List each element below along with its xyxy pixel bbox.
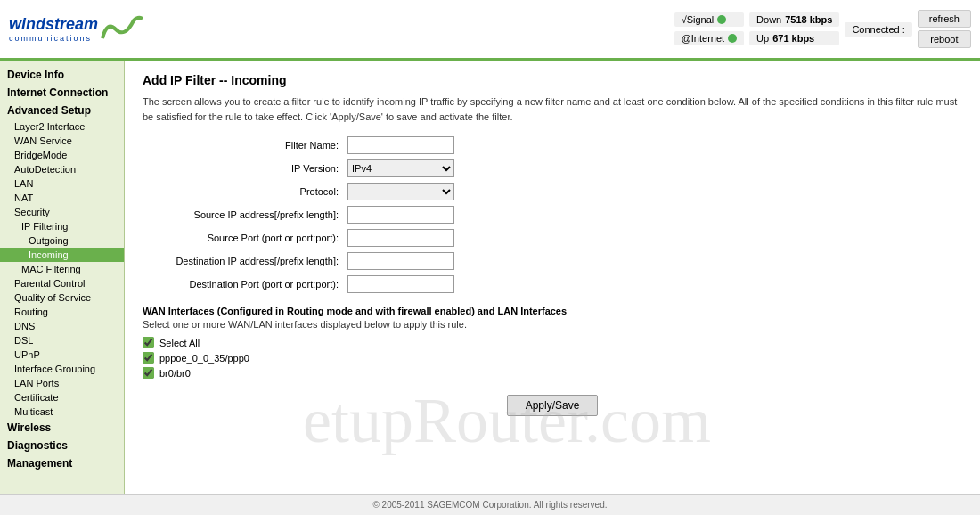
up-speed: 671 kbps [772,33,814,44]
connected-status: Connected : [845,22,911,37]
sidebar-item-nat[interactable]: NAT [0,191,124,205]
status-area: √Signal @Internet Down 7518 kbps Up 671 … [674,10,971,48]
connected-label: Connected : [852,24,904,35]
sidebar-item-multicast[interactable]: Multicast [0,405,124,419]
sidebar-item-autodetection[interactable]: AutoDetection [0,162,124,176]
source-port-label: Source Port (port or port:port): [143,233,347,243]
ip-version-select[interactable]: IPv4 IPv6 [347,159,454,177]
signal-status: √Signal [674,12,744,27]
page-title: Add IP Filter -- Incoming [143,73,962,87]
interface-section: WAN Interfaces (Configured in Routing mo… [143,306,962,379]
sidebar-item-parental-control[interactable]: Parental Control [0,276,124,290]
source-ip-label: Source IP address[/prefix length]: [143,209,347,220]
dest-port-label: Destination Port (port or port:port): [143,279,347,290]
speed-up: Up 671 kbps [749,31,839,45]
protocol-select[interactable]: TCP UDP ICMP ALL [347,183,454,200]
logo-icon [98,12,143,47]
action-buttons: refresh reboot [918,10,971,48]
source-ip-row: Source IP address[/prefix length]: [143,206,962,224]
speed-down: Down 7518 kbps [749,12,839,27]
checkbox-br0: br0/br0 [143,367,962,379]
sidebar-item-incoming[interactable]: Incoming [0,248,124,262]
layout: Device Info Internet Connection Advanced… [0,61,980,494]
sidebar-item-lan[interactable]: LAN [0,176,124,191]
sidebar-item-diagnostics[interactable]: Diagnostics [0,437,124,454]
sidebar-item-internet-connection[interactable]: Internet Connection [0,84,124,102]
sidebar-item-layer2[interactable]: Layer2 Interface [0,119,124,134]
refresh-button[interactable]: refresh [918,10,971,28]
sidebar-item-bridgemode[interactable]: BridgeMode [0,148,124,162]
dest-port-input[interactable] [347,275,454,293]
sidebar-item-interface-grouping[interactable]: Interface Grouping [0,362,124,376]
dest-ip-label: Destination IP address[/prefix length]: [143,256,347,266]
sidebar-item-management[interactable]: Management [0,454,124,472]
footer: © 2005-2011 SAGEMCOM Corporation. All ri… [0,494,980,515]
br0-label: br0/br0 [159,368,191,379]
sidebar-item-wireless[interactable]: Wireless [0,419,124,437]
br0-checkbox[interactable] [143,367,154,379]
filter-name-label: Filter Name: [143,140,347,151]
logo-text-block: windstream communications [9,15,98,43]
main-content: etupRouter.com Add IP Filter -- Incoming… [125,61,980,494]
dest-ip-input[interactable] [347,252,454,270]
sidebar-item-dns[interactable]: DNS [0,319,124,333]
description: The screen allows you to create a filter… [143,94,962,124]
ip-version-row: IP Version: IPv4 IPv6 [143,159,962,177]
logo-area: windstream communications [9,12,143,47]
sidebar-item-lan-ports[interactable]: LAN Ports [0,376,124,390]
pppoe-checkbox[interactable] [143,352,154,364]
sidebar-item-security[interactable]: Security [0,205,124,219]
checkbox-pppoe: pppoe_0_0_35/ppp0 [143,352,962,364]
select-all-label: Select All [159,338,200,348]
source-ip-input[interactable] [347,206,454,224]
apply-save-button[interactable]: Apply/Save [507,395,599,416]
internet-status: @Internet [674,31,744,45]
interface-desc: Select one or more WAN/LAN interfaces di… [143,319,962,330]
source-port-row: Source Port (port or port:port): [143,229,962,247]
protocol-label: Protocol: [143,186,347,197]
source-port-input[interactable] [347,229,454,247]
header: windstream communications √Signal @Inter… [0,0,980,61]
sidebar-item-routing[interactable]: Routing [0,305,124,319]
sidebar-item-advanced-setup[interactable]: Advanced Setup [0,102,124,119]
filter-name-input[interactable] [347,136,454,154]
dest-ip-row: Destination IP address[/prefix length]: [143,252,962,270]
sidebar-item-qos[interactable]: Quality of Service [0,290,124,305]
sidebar-item-certificate[interactable]: Certificate [0,390,124,405]
pppoe-label: pppoe_0_0_35/ppp0 [159,353,249,364]
signal-led [717,15,726,24]
logo-main: windstream [9,15,98,34]
logo-sub: communications [9,34,98,43]
checkbox-select-all: Select All [143,337,962,348]
apply-row: Apply/Save [143,395,962,416]
internet-led [728,34,737,43]
down-speed: 7518 kbps [785,14,832,25]
sidebar-item-outgoing[interactable]: Outgoing [0,233,124,248]
signal-label: √Signal [682,14,715,25]
sidebar-item-ip-filtering[interactable]: IP Filtering [0,219,124,233]
sidebar-item-wan-service[interactable]: WAN Service [0,134,124,148]
sidebar: Device Info Internet Connection Advanced… [0,61,125,494]
up-label: Up [756,33,769,44]
internet-label: @Internet [682,33,724,44]
interface-title: WAN Interfaces (Configured in Routing mo… [143,306,962,316]
down-label: Down [756,14,781,25]
select-all-checkbox[interactable] [143,337,154,348]
footer-copyright: © 2005-2011 SAGEMCOM Corporation. All ri… [372,500,607,510]
ip-version-label: IP Version: [143,163,347,174]
sidebar-item-dsl[interactable]: DSL [0,333,124,347]
sidebar-item-device-info[interactable]: Device Info [0,66,124,84]
protocol-row: Protocol: TCP UDP ICMP ALL [143,183,962,200]
filter-name-row: Filter Name: [143,136,962,154]
sidebar-item-upnp[interactable]: UPnP [0,347,124,362]
dest-port-row: Destination Port (port or port:port): [143,275,962,293]
sidebar-item-mac-filtering[interactable]: MAC Filtering [0,262,124,276]
reboot-button[interactable]: reboot [918,30,971,48]
